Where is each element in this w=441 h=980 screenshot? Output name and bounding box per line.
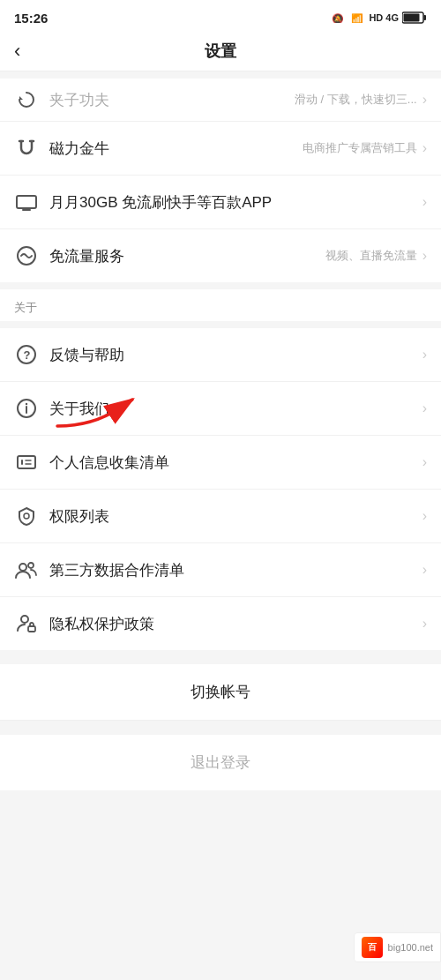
free-traffic-item[interactable]: 免流量服务 视频、直播免流量 › — [0, 229, 441, 282]
item-desc: 视频、直播免流量 — [325, 248, 417, 264]
svg-text:📶: 📶 — [351, 12, 363, 23]
item-desc: 电商推广专属营销工具 — [303, 140, 417, 156]
item-content: 夹子功夫 滑动 / 下载，快速切三... › — [49, 90, 427, 110]
item-content: 隐私权保护政策 › — [49, 614, 427, 634]
section-divider-3 — [0, 721, 441, 728]
item-label: 磁力金牛 — [49, 138, 109, 159]
id-card-icon — [14, 450, 39, 475]
item-right: › — [422, 347, 427, 363]
chevron-icon: › — [422, 347, 427, 363]
status-icons: 🔕 📶 HD 4G — [332, 11, 427, 24]
jiazifungfu-item[interactable]: 夹子功夫 滑动 / 下载，快速切三... › — [0, 79, 441, 122]
item-label: 权限列表 — [49, 506, 109, 527]
page-title: 设置 — [205, 41, 236, 62]
item-content: 免流量服务 视频、直播免流量 › — [49, 246, 427, 266]
question-circle-icon: ? — [14, 342, 39, 367]
chevron-icon: › — [422, 194, 427, 210]
personal-info-item[interactable]: 个人信息收集清单 › — [0, 436, 441, 490]
chevron-icon: › — [422, 562, 427, 578]
item-right: › — [422, 194, 427, 210]
item-label: 关于我们 — [49, 399, 109, 419]
chevron-icon: › — [422, 92, 427, 108]
wifi-icon: 📶 — [351, 12, 365, 23]
switch-account-label: 切换帐号 — [191, 682, 250, 702]
circle-wave-icon — [14, 243, 39, 268]
svg-point-22 — [24, 513, 29, 519]
svg-marker-5 — [19, 96, 23, 100]
header: ‹ 设置 — [0, 32, 441, 71]
item-right: › — [422, 508, 427, 524]
watermark-logo: 百 — [362, 937, 383, 958]
about-section-label: 关于 — [0, 289, 441, 321]
item-content: 个人信息收集清单 › — [49, 453, 427, 473]
chevron-icon: › — [422, 508, 427, 524]
svg-rect-8 — [17, 196, 36, 208]
item-content: 第三方数据合作清单 › — [49, 560, 427, 580]
svg-point-23 — [19, 564, 26, 571]
svg-text:?: ? — [24, 348, 31, 362]
svg-point-25 — [21, 616, 28, 623]
feedback-item[interactable]: ? 反馈与帮助 › — [0, 328, 441, 382]
item-right: › — [422, 616, 427, 632]
logout-label: 退出登录 — [191, 752, 250, 773]
item-content: 反馈与帮助 › — [49, 345, 427, 365]
switch-account-section: 切换帐号 — [0, 664, 441, 721]
watermark-text: big100.net — [388, 942, 433, 953]
svg-rect-18 — [18, 456, 35, 468]
item-right: › — [422, 562, 427, 578]
item-label: 第三方数据合作清单 — [49, 560, 184, 580]
chevron-icon: › — [422, 616, 427, 632]
monthly-30gb-item[interactable]: 月月30GB 免流刷快手等百款APP › — [0, 176, 441, 229]
shield-icon — [14, 504, 39, 528]
about-us-item[interactable]: 关于我们 › — [0, 382, 441, 436]
group-icon — [14, 557, 39, 582]
section-divider-2 — [0, 650, 441, 657]
tv-icon — [14, 190, 39, 214]
silent-icon: 🔕 — [332, 12, 348, 23]
item-right: 滑动 / 下载，快速切三... › — [295, 92, 427, 108]
item-label: 个人信息收集清单 — [49, 453, 169, 473]
item-right: 电商推广专属营销工具 › — [303, 140, 427, 156]
svg-rect-3 — [424, 15, 427, 20]
about-section: ? 反馈与帮助 › 关于我 — [0, 328, 441, 650]
item-label: 月月30GB 免流刷快手等百款APP — [49, 192, 272, 213]
battery-icon — [402, 11, 427, 24]
switch-account-button[interactable]: 切换帐号 — [0, 664, 441, 721]
status-bar: 15:26 🔕 📶 HD 4G — [0, 0, 441, 32]
chevron-icon: › — [422, 400, 427, 416]
status-time: 15:26 — [14, 11, 48, 26]
top-section: 夹子功夫 滑动 / 下载，快速切三... › 磁力金牛 电商推广专属营销工具 › — [0, 79, 441, 282]
permissions-item[interactable]: 权限列表 › — [0, 490, 441, 543]
chevron-icon: › — [422, 140, 427, 156]
cilv-niubull-item[interactable]: 磁力金牛 电商推广专属营销工具 › — [0, 122, 441, 176]
chevron-icon: › — [422, 454, 427, 470]
section-divider — [0, 282, 441, 289]
item-right: › — [422, 400, 427, 416]
svg-rect-26 — [28, 626, 35, 632]
chevron-icon: › — [422, 248, 427, 264]
item-content: 关于我们 › — [49, 399, 427, 419]
signal-label: HD 4G — [369, 12, 399, 23]
logout-button[interactable]: 退出登录 — [0, 735, 441, 790]
info-circle-icon — [14, 396, 39, 421]
item-content: 权限列表 › — [49, 506, 427, 527]
refresh-icon — [14, 87, 39, 112]
item-label: 反馈与帮助 — [49, 345, 124, 365]
back-button[interactable]: ‹ — [14, 40, 20, 63]
item-label: 免流量服务 — [49, 246, 124, 266]
item-right: 视频、直播免流量 › — [325, 248, 427, 264]
logout-section: 退出登录 — [0, 735, 441, 790]
item-desc: 滑动 / 下载，快速切三... — [295, 92, 417, 108]
privacy-item[interactable]: 隐私权保护政策 › — [0, 597, 441, 650]
magnetic-icon — [14, 136, 39, 161]
svg-rect-4 — [404, 14, 420, 22]
svg-point-17 — [26, 403, 27, 405]
person-lock-icon — [14, 611, 39, 636]
item-content: 磁力金牛 电商推广专属营销工具 › — [49, 138, 427, 159]
third-party-item[interactable]: 第三方数据合作清单 › — [0, 543, 441, 597]
svg-point-24 — [28, 563, 34, 568]
item-right: › — [422, 454, 427, 470]
item-label: 隐私权保护政策 — [49, 614, 154, 634]
svg-text:🔕: 🔕 — [332, 12, 344, 23]
watermark: 百 big100.net — [354, 932, 441, 962]
